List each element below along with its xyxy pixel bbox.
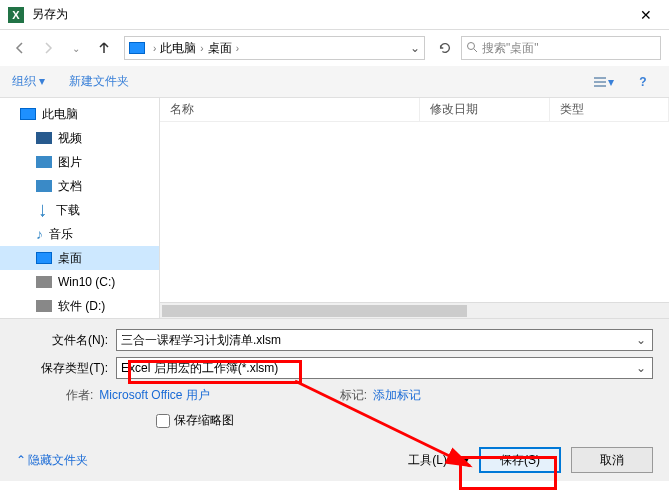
sidebar-item-desktop[interactable]: 桌面: [0, 246, 159, 270]
tools-dropdown[interactable]: 工具(L)▾: [408, 452, 469, 469]
address-bar[interactable]: › 此电脑 › 桌面 › ⌄: [124, 36, 425, 60]
monitor-icon: [20, 108, 36, 120]
column-type[interactable]: 类型: [550, 98, 669, 121]
refresh-button[interactable]: [433, 36, 457, 60]
view-button[interactable]: ▾: [589, 71, 617, 93]
chevron-icon[interactable]: ›: [200, 43, 203, 54]
save-button[interactable]: 保存(S): [479, 447, 561, 473]
tags-value[interactable]: 添加标记: [373, 387, 421, 404]
search-icon: [466, 41, 478, 56]
search-placeholder: 搜索"桌面": [482, 40, 539, 57]
music-icon: ♪: [36, 228, 43, 240]
forward-button[interactable]: [36, 36, 60, 60]
cancel-button[interactable]: 取消: [571, 447, 653, 473]
download-icon: ⭣: [36, 204, 50, 216]
hide-folders-link[interactable]: ⌃隐藏文件夹: [16, 452, 88, 469]
sidebar-item-music[interactable]: ♪音乐: [0, 222, 159, 246]
sidebar-item-drive-c[interactable]: Win10 (C:): [0, 270, 159, 294]
column-headers: 名称 修改日期 类型: [160, 98, 669, 122]
back-button[interactable]: [8, 36, 32, 60]
window-title: 另存为: [32, 6, 631, 23]
new-folder-button[interactable]: 新建文件夹: [69, 73, 129, 90]
column-name[interactable]: 名称: [160, 98, 420, 121]
disk-icon: [36, 300, 52, 312]
close-button[interactable]: ✕: [631, 7, 661, 23]
chevron-icon[interactable]: ›: [236, 43, 239, 54]
svg-text:X: X: [12, 9, 20, 21]
sidebar: 此电脑 视频 图片 文档 ⭣下载 ♪音乐 桌面 Win10 (C:) 软件 (D…: [0, 98, 160, 318]
disk-icon: [36, 276, 52, 288]
recent-dropdown[interactable]: ⌄: [64, 36, 88, 60]
address-dropdown[interactable]: ⌄: [410, 41, 420, 55]
sidebar-item-videos[interactable]: 视频: [0, 126, 159, 150]
monitor-icon: [129, 42, 145, 54]
author-label: 作者:: [66, 387, 93, 404]
filename-label: 文件名(N):: [16, 332, 116, 349]
organize-button[interactable]: 组织 ▾: [12, 73, 45, 90]
breadcrumb-current[interactable]: 桌面: [208, 40, 232, 57]
desktop-icon: [36, 252, 52, 264]
excel-icon: X: [8, 7, 24, 23]
chevron-icon[interactable]: ›: [153, 43, 156, 54]
document-icon: [36, 180, 52, 192]
search-input[interactable]: 搜索"桌面": [461, 36, 661, 60]
thumbnail-label: 保存缩略图: [174, 412, 234, 429]
thumbnail-checkbox[interactable]: [156, 414, 170, 428]
chevron-up-icon: ⌃: [16, 453, 26, 467]
filetype-label: 保存类型(T):: [16, 360, 116, 377]
sidebar-item-this-pc[interactable]: 此电脑: [0, 102, 159, 126]
filetype-dropdown[interactable]: Excel 启用宏的工作簿(*.xlsm): [116, 357, 653, 379]
sidebar-item-pictures[interactable]: 图片: [0, 150, 159, 174]
author-value[interactable]: Microsoft Office 用户: [99, 387, 209, 404]
filename-input[interactable]: 三合一课程学习计划清单.xlsm: [116, 329, 653, 351]
file-list[interactable]: 名称 修改日期 类型: [160, 98, 669, 318]
tags-label: 标记:: [340, 387, 367, 404]
svg-point-2: [468, 42, 475, 49]
svg-line-3: [474, 49, 477, 52]
sidebar-item-documents[interactable]: 文档: [0, 174, 159, 198]
help-button[interactable]: ?: [629, 71, 657, 93]
sidebar-item-drive-d[interactable]: 软件 (D:): [0, 294, 159, 318]
breadcrumb-root[interactable]: 此电脑: [160, 40, 196, 57]
sidebar-item-downloads[interactable]: ⭣下载: [0, 198, 159, 222]
up-button[interactable]: [92, 36, 116, 60]
horizontal-scrollbar[interactable]: [160, 302, 669, 318]
column-date[interactable]: 修改日期: [420, 98, 550, 121]
picture-icon: [36, 156, 52, 168]
film-icon: [36, 132, 52, 144]
